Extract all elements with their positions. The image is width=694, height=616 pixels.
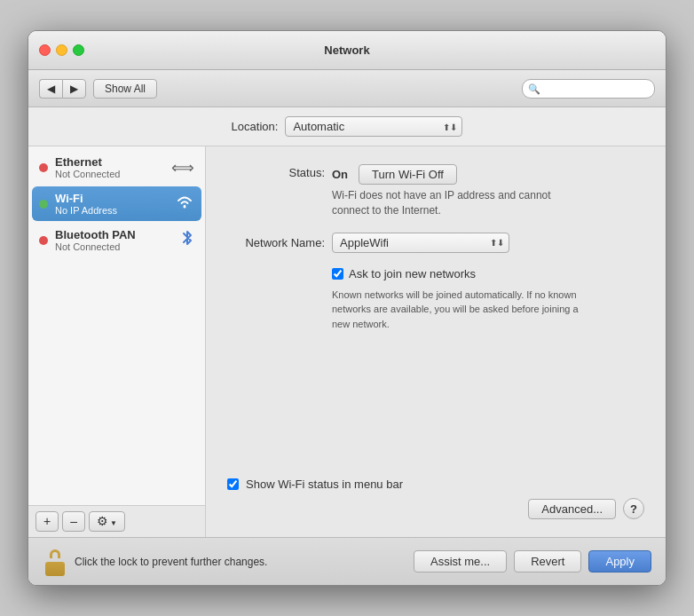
ask-to-join-row: Ask to join new networks bbox=[332, 267, 644, 280]
lock-area: Click the lock to prevent further change… bbox=[43, 548, 414, 576]
wifi-info: Wi-Fi No IP Address bbox=[55, 192, 168, 216]
back-button[interactable]: ◀ bbox=[39, 79, 62, 99]
wifi-status-dot bbox=[39, 200, 48, 209]
status-label: Status: bbox=[227, 164, 325, 179]
footer-buttons: Assist me... Revert Apply bbox=[414, 550, 651, 573]
turn-wifi-button[interactable]: Turn Wi-Fi Off bbox=[359, 164, 457, 185]
bottom-buttons: Advanced... ? bbox=[227, 498, 644, 519]
assist-me-button[interactable]: Assist me... bbox=[414, 550, 507, 573]
network-name-select-wrap: AppleWifi ⬆⬇ bbox=[332, 233, 509, 253]
network-name-row: Network Name: AppleWifi ⬆⬇ bbox=[227, 233, 644, 253]
search-input[interactable] bbox=[522, 79, 655, 99]
bottom-controls: Show Wi-Fi status in menu bar Advanced..… bbox=[227, 478, 644, 519]
revert-button[interactable]: Revert bbox=[514, 550, 581, 573]
gear-icon: ⚙ bbox=[97, 514, 108, 528]
status-value: On bbox=[332, 168, 348, 181]
status-top: On Turn Wi-Fi Off bbox=[332, 164, 644, 185]
network-name-select[interactable]: AppleWifi bbox=[332, 233, 509, 253]
ask-to-join-checkbox[interactable] bbox=[332, 268, 343, 280]
show-status-label: Show Wi-Fi status in menu bar bbox=[246, 478, 403, 491]
maximize-button[interactable] bbox=[73, 44, 84, 56]
ethernet-info: Ethernet Not Connected bbox=[55, 155, 164, 179]
bluetooth-info: Bluetooth PAN Not Connected bbox=[55, 228, 173, 252]
wifi-status: No IP Address bbox=[55, 205, 168, 216]
sidebar-item-ethernet[interactable]: Ethernet Not Connected ⟺ bbox=[32, 150, 201, 185]
network-window: Network ◀ ▶ Show All 🔍 Location: Automat… bbox=[28, 30, 666, 586]
window-title: Network bbox=[324, 43, 369, 57]
forward-button[interactable]: ▶ bbox=[62, 79, 86, 99]
ethernet-icon: ⟺ bbox=[171, 158, 194, 178]
lock-icon[interactable] bbox=[43, 548, 67, 576]
window-footer: Click the lock to prevent further change… bbox=[28, 537, 666, 585]
bluetooth-status: Not Connected bbox=[55, 241, 173, 252]
apply-button[interactable]: Apply bbox=[588, 550, 651, 573]
join-hint-text: Known networks will be joined automatica… bbox=[332, 288, 580, 332]
traffic-lights bbox=[39, 44, 84, 56]
gear-dropdown-arrow: ▼ bbox=[110, 519, 117, 527]
location-label: Location: bbox=[232, 120, 279, 133]
wifi-icon bbox=[175, 193, 194, 214]
toolbar: ◀ ▶ Show All 🔍 bbox=[28, 70, 666, 107]
add-network-button[interactable]: + bbox=[35, 511, 59, 532]
location-select-wrap: Automatic Edit Locations... ⬆⬇ bbox=[285, 116, 462, 137]
status-row: Status: On Turn Wi-Fi Off Wi-Fi does not… bbox=[227, 164, 644, 218]
show-status-checkbox[interactable] bbox=[227, 478, 239, 490]
close-button[interactable] bbox=[39, 44, 51, 56]
search-icon: 🔍 bbox=[528, 83, 540, 94]
ethernet-status-dot bbox=[39, 163, 48, 172]
location-select[interactable]: Automatic Edit Locations... bbox=[285, 116, 462, 137]
sidebar: Ethernet Not Connected ⟺ Wi-Fi No IP Add… bbox=[28, 146, 206, 537]
titlebar: Network bbox=[28, 31, 666, 70]
sidebar-bottom: + – ⚙▼ bbox=[28, 505, 205, 537]
sidebar-item-wifi[interactable]: Wi-Fi No IP Address bbox=[32, 186, 201, 221]
bluetooth-icon bbox=[180, 229, 194, 251]
status-description: Wi-Fi does not have an IP address and ca… bbox=[332, 188, 563, 218]
gear-menu-button[interactable]: ⚙▼ bbox=[89, 511, 125, 532]
help-button[interactable]: ? bbox=[623, 498, 644, 519]
lock-text: Click the lock to prevent further change… bbox=[75, 556, 267, 568]
nav-buttons: ◀ ▶ bbox=[39, 79, 86, 99]
lock-shackle bbox=[50, 549, 60, 558]
show-status-row: Show Wi-Fi status in menu bar bbox=[227, 478, 644, 491]
bluetooth-name: Bluetooth PAN bbox=[55, 228, 173, 241]
search-box: 🔍 bbox=[522, 79, 655, 99]
ethernet-name: Ethernet bbox=[55, 155, 164, 169]
network-name-label: Network Name: bbox=[227, 236, 325, 249]
svg-point-0 bbox=[184, 206, 186, 209]
remove-network-button[interactable]: – bbox=[62, 511, 85, 532]
wifi-name: Wi-Fi bbox=[55, 192, 168, 205]
ask-to-join-label: Ask to join new networks bbox=[349, 267, 476, 280]
status-content: On Turn Wi-Fi Off Wi-Fi does not have an… bbox=[332, 164, 644, 218]
location-bar: Location: Automatic Edit Locations... ⬆⬇ bbox=[28, 107, 666, 146]
minimize-button[interactable] bbox=[56, 44, 67, 56]
sidebar-item-bluetooth[interactable]: Bluetooth PAN Not Connected bbox=[32, 223, 201, 257]
detail-panel: Status: On Turn Wi-Fi Off Wi-Fi does not… bbox=[206, 146, 666, 537]
show-all-button[interactable]: Show All bbox=[93, 79, 157, 99]
sidebar-list: Ethernet Not Connected ⟺ Wi-Fi No IP Add… bbox=[28, 146, 205, 505]
bluetooth-status-dot bbox=[39, 236, 48, 245]
main-content: Ethernet Not Connected ⟺ Wi-Fi No IP Add… bbox=[28, 146, 666, 537]
advanced-button[interactable]: Advanced... bbox=[528, 499, 616, 519]
lock-body bbox=[45, 562, 65, 576]
ethernet-status: Not Connected bbox=[55, 169, 164, 179]
